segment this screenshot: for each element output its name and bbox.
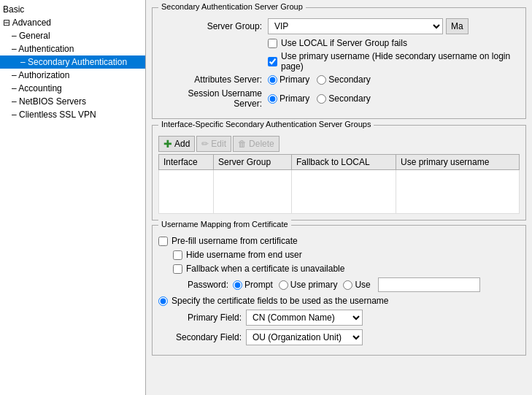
use-primary-label: Use primary <box>290 280 338 290</box>
sidebar-item-general[interactable]: – General <box>0 29 145 42</box>
edit-icon: ✏ <box>201 139 209 149</box>
sidebar-item-label: Advanced <box>12 18 51 28</box>
sidebar-item-label: Authorization <box>18 70 69 80</box>
use-primary-username-checkbox[interactable] <box>268 57 277 66</box>
sidebar-item-label: Basic <box>3 4 24 15</box>
sidebar-item-basic[interactable]: Basic <box>0 3 145 16</box>
session-username-radio-group: Primary Secondary <box>268 93 371 104</box>
sidebar-item-clientless[interactable]: – Clientless SSL VPN <box>0 108 145 121</box>
sidebar-item-label: Secondary Authentication <box>28 57 127 67</box>
password-value-input[interactable] <box>378 277 480 292</box>
delete-button[interactable]: 🗑 Delete <box>233 136 280 152</box>
hide-username-label: Hide username from end user <box>186 250 302 260</box>
attributes-server-label: Attributes Server: <box>158 74 268 85</box>
col-interface: Interface <box>159 155 214 170</box>
edit-button[interactable]: ✏ Edit <box>196 136 231 152</box>
use-local-label: Use LOCAL if Server Group fails <box>281 38 407 48</box>
interface-section-title: Interface-Specific Secondary Authenticat… <box>158 120 374 129</box>
edit-label: Edit <box>211 139 226 149</box>
attributes-primary-option[interactable]: Primary <box>268 74 309 85</box>
specify-radio[interactable] <box>158 296 168 306</box>
delete-label: Delete <box>249 139 274 149</box>
session-username-label: Session Username Server: <box>158 88 268 109</box>
table-row-empty <box>159 170 520 214</box>
attributes-secondary-label: Secondary <box>328 74 370 85</box>
prefill-label: Pre-fill username from certificate <box>171 236 298 246</box>
server-group-label: Server Group: <box>158 21 268 31</box>
tree-line: – <box>12 96 19 107</box>
specify-label: Specify the certificate fields to be use… <box>171 296 389 306</box>
attributes-server-radio-group: Primary Secondary <box>268 74 371 85</box>
interface-table-body <box>159 170 520 214</box>
prompt-option[interactable]: Prompt <box>233 280 273 290</box>
interface-toolbar: ✚ Add ✏ Edit 🗑 Delete <box>158 136 520 152</box>
sidebar-item-label: Authentication <box>18 44 74 54</box>
attributes-secondary-radio[interactable] <box>317 75 326 85</box>
attributes-server-row: Attributes Server: Primary Secondary <box>158 74 520 85</box>
fallback-label: Fallback when a certificate is unavailab… <box>186 264 344 274</box>
prompt-radio[interactable] <box>233 280 242 290</box>
delete-icon: 🗑 <box>238 139 247 149</box>
attributes-secondary-option[interactable]: Secondary <box>317 74 370 85</box>
prefill-checkbox[interactable] <box>158 237 168 246</box>
session-username-row: Session Username Server: Primary Seconda… <box>158 88 520 109</box>
password-row: Password: Prompt Use primary Use <box>188 277 520 292</box>
hide-username-row: Hide username from end user <box>173 250 520 260</box>
secondary-field-label: Secondary Field: <box>173 332 246 342</box>
session-primary-option[interactable]: Primary <box>268 93 309 104</box>
session-secondary-option[interactable]: Secondary <box>317 93 370 104</box>
sidebar-item-authorization[interactable]: – Authorization <box>0 69 145 82</box>
tree-line: – <box>12 110 19 120</box>
server-group-dropdown[interactable]: VIP LOCAL None <box>268 18 443 34</box>
attributes-primary-label: Primary <box>280 74 309 85</box>
use-primary-option[interactable]: Use primary <box>279 280 338 290</box>
use-option[interactable]: Use <box>343 280 370 290</box>
interface-section: Interface-Specific Secondary Authenticat… <box>152 125 526 220</box>
add-icon: ✚ <box>163 138 172 150</box>
manage-button[interactable]: Ma <box>446 18 469 34</box>
add-button[interactable]: ✚ Add <box>158 136 195 152</box>
tree-line: – <box>12 83 18 93</box>
use-local-checkbox[interactable] <box>268 39 277 48</box>
tree-line: – <box>12 70 18 80</box>
session-secondary-label: Secondary <box>328 93 370 104</box>
fallback-checkbox[interactable] <box>173 264 182 274</box>
sidebar-item-advanced[interactable]: ⊟ Advanced <box>0 16 145 29</box>
secondary-field-row: Secondary Field: OU (Organization Unit) … <box>173 329 520 345</box>
session-primary-radio[interactable] <box>268 94 277 104</box>
tree-line: – <box>12 31 19 41</box>
col-use-primary: Use primary username <box>396 155 520 170</box>
use-radio[interactable] <box>343 280 352 290</box>
mapping-section: Username Mapping from Certificate Pre-fi… <box>152 225 526 356</box>
attributes-primary-radio[interactable] <box>268 75 277 85</box>
expand-icon: ⊟ <box>3 18 12 28</box>
sidebar-item-secondary-authentication[interactable]: – Secondary Authentication <box>0 55 145 69</box>
sidebar-item-label: Clientless SSL VPN <box>19 110 96 120</box>
sidebar-item-accounting[interactable]: – Accounting <box>0 82 145 95</box>
primary-field-row: Primary Field: CN (Common Name) OU (Orga… <box>173 310 520 326</box>
server-group-section-title: Secondary Authentication Server Group <box>158 2 306 11</box>
sidebar-item-label: NetBIOS Servers <box>19 96 86 107</box>
interface-table: Interface Server Group Fallback to LOCAL… <box>158 154 520 214</box>
sidebar-item-netbios[interactable]: – NetBIOS Servers <box>0 95 145 108</box>
use-primary-radio[interactable] <box>279 280 288 290</box>
sidebar-item-label: Accounting <box>18 83 61 93</box>
session-primary-label: Primary <box>280 93 309 104</box>
secondary-field-dropdown[interactable]: OU (Organization Unit) None CN (Common N… <box>246 329 363 345</box>
server-group-section: Secondary Authentication Server Group Se… <box>152 7 526 119</box>
primary-field-dropdown[interactable]: CN (Common Name) OU (Organization Unit) … <box>246 310 363 326</box>
mapping-section-title: Username Mapping from Certificate <box>158 220 291 229</box>
prompt-label: Prompt <box>244 280 273 290</box>
sidebar-item-authentication[interactable]: – Authentication <box>0 42 145 55</box>
col-fallback: Fallback to LOCAL <box>292 155 396 170</box>
hide-username-checkbox[interactable] <box>173 250 182 260</box>
add-label: Add <box>174 139 190 149</box>
fallback-row: Fallback when a certificate is unavailab… <box>173 264 520 274</box>
use-primary-username-row: Use primary username (Hide secondary use… <box>268 51 520 72</box>
main-content-panel: Secondary Authentication Server Group Se… <box>146 0 532 395</box>
tree-line: – <box>20 57 28 67</box>
session-secondary-radio[interactable] <box>317 94 326 104</box>
use-local-row: Use LOCAL if Server Group fails <box>268 38 520 48</box>
primary-field-label: Primary Field: <box>173 312 246 323</box>
sidebar-item-label: General <box>19 31 50 41</box>
